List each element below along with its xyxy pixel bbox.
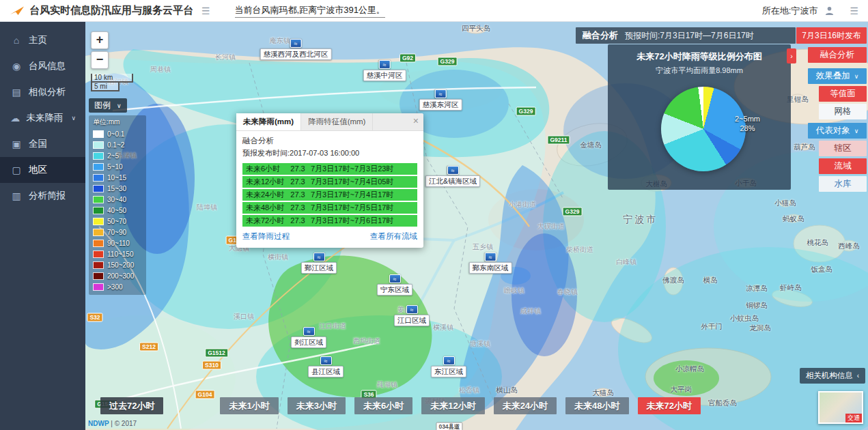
related-org-info-button[interactable]: 相关机构信息‹ bbox=[800, 368, 865, 384]
publish-time-button[interactable]: 7月3日16时发布 bbox=[796, 27, 867, 44]
region-label[interactable]: ≈鄞江区域 bbox=[301, 253, 337, 274]
legend-color-chip bbox=[93, 196, 104, 203]
region-map-icon: ▢ bbox=[10, 164, 23, 175]
popup-body: 融合分析 预报发布时间:2017-07-03 16:00:00 未来6小时27.… bbox=[236, 131, 423, 248]
tab-future-rain[interactable]: 未来降雨(mm) bbox=[236, 113, 301, 130]
table-row[interactable]: 未来72小时27.37月3日17时~7月6日17时 bbox=[242, 215, 417, 227]
legend-item: 150~200 bbox=[93, 259, 142, 270]
sidebar-item-similar-analysis[interactable]: ▤相似分析 bbox=[0, 79, 85, 105]
menu-hamburger-icon[interactable]: ☰ bbox=[201, 5, 210, 16]
region-label[interactable]: ≈县江区域 bbox=[308, 356, 344, 377]
legend-toggle[interactable]: 图例 ∨ bbox=[89, 98, 127, 113]
legend-range-label: 15~30 bbox=[107, 185, 126, 192]
region-label[interactable]: ≈鄞东南区域 bbox=[469, 253, 512, 274]
mini-map[interactable]: 交通 bbox=[818, 391, 863, 424]
region-label[interactable]: ≈东江区域 bbox=[431, 356, 466, 377]
legend-color-chip bbox=[93, 185, 104, 192]
sidebar-item-region[interactable]: ▢地区 bbox=[0, 157, 85, 183]
legend-title: 图例 bbox=[94, 100, 111, 111]
effect-overlay-dropdown[interactable]: 效果叠加∨ bbox=[808, 68, 867, 84]
legend-items: 0~0.10.1~22~55~1010~1515~3030~4040~5050~… bbox=[93, 128, 142, 292]
table-row[interactable]: 未来12小时27.37月3日17时~7月4日05时 bbox=[242, 176, 417, 188]
tab-rain-features[interactable]: 降雨特征值(mm) bbox=[301, 113, 373, 130]
time-button-0[interactable]: 过去72小时 bbox=[100, 397, 163, 414]
map-container[interactable]: ≈慈溪西河及西北河区≈慈溪中河区≈慈溪东河区≈江北&镇海区域≈鄞江区域≈宁东区域… bbox=[85, 22, 868, 430]
grid-button[interactable]: 网格 bbox=[819, 104, 867, 119]
sidebar-item-typhoon-info[interactable]: ◉台风信息 bbox=[0, 53, 85, 79]
region-name: 宁东区域 bbox=[377, 284, 412, 296]
time-button-7[interactable]: 未来72小时 bbox=[638, 397, 701, 414]
zoom-in-button[interactable]: + bbox=[91, 31, 109, 49]
region-name: 县江区域 bbox=[308, 366, 344, 377]
period-cell: 未来48小时 bbox=[242, 202, 285, 214]
fusion-analysis-button[interactable]: 融合分析 bbox=[808, 47, 867, 63]
time-button-6[interactable]: 未来48小时 bbox=[565, 397, 628, 414]
region-name: 东江区域 bbox=[431, 366, 466, 377]
basin-button[interactable]: 流域 bbox=[819, 158, 867, 174]
time-button-3[interactable]: 未来6小时 bbox=[354, 397, 412, 414]
sidebar-item-national[interactable]: ▣全国 bbox=[0, 131, 85, 157]
region-label[interactable]: ≈慈溪东河区 bbox=[419, 89, 462, 111]
legend-color-chip bbox=[93, 283, 104, 291]
region-label[interactable]: ≈慈溪中河区 bbox=[363, 60, 406, 81]
pie-callout-pct: 28% bbox=[735, 124, 760, 133]
table-row[interactable]: 未来48小时27.37月3日17时~7月5日17时 bbox=[242, 202, 417, 214]
attribution-brand[interactable]: NDWP bbox=[88, 420, 109, 427]
time-button-5[interactable]: 未来24小时 bbox=[494, 397, 557, 414]
region-label[interactable]: ≈江北&镇海区域 bbox=[425, 166, 480, 187]
sidebar-item-home[interactable]: ⌂主页 bbox=[0, 27, 85, 53]
pie-callout: 2~5mm 28% bbox=[735, 114, 760, 133]
legend-item: 5~10 bbox=[93, 161, 142, 172]
basin-icon: ≈ bbox=[485, 253, 496, 261]
zoom-out-button[interactable]: − bbox=[91, 51, 109, 69]
value-cell: 27.3 bbox=[285, 189, 311, 201]
legend-color-chip bbox=[93, 272, 104, 280]
view-all-basins-link[interactable]: 查看所有流域 bbox=[370, 231, 417, 242]
scale-km: 10 km bbox=[91, 74, 133, 83]
pie-chart[interactable] bbox=[661, 87, 746, 171]
table-row[interactable]: 未来6小时27.37月3日17时~7月3日23时 bbox=[242, 163, 417, 175]
basin-icon: ≈ bbox=[389, 274, 401, 283]
legend-item: 0.1~2 bbox=[93, 139, 142, 150]
legend-item: 40~50 bbox=[93, 205, 142, 216]
panel-collapse-button[interactable]: › bbox=[787, 48, 796, 63]
traffic-layer-tag[interactable]: 交通 bbox=[845, 414, 862, 422]
time-button-2[interactable]: 未来3小时 bbox=[288, 397, 346, 414]
typhoon-status-text: 当前台风南玛都,距离宁波市391公里。 bbox=[235, 4, 385, 18]
isoline-button[interactable]: 等值面 bbox=[819, 86, 867, 102]
legend-item: 90~110 bbox=[93, 238, 142, 248]
region-label[interactable]: ≈慈溪西河及西北河区 bbox=[260, 39, 332, 60]
user-icon[interactable] bbox=[824, 5, 835, 16]
scale-mi: 5 mi bbox=[91, 83, 120, 91]
region-label[interactable]: ≈宁东区域 bbox=[377, 274, 412, 296]
represent-object-dropdown[interactable]: 代表对象∨ bbox=[808, 123, 867, 139]
value-cell: 27.3 bbox=[285, 202, 311, 214]
district-button[interactable]: 辖区 bbox=[819, 141, 867, 156]
view-rain-process-link[interactable]: 查看降雨过程 bbox=[242, 231, 290, 242]
legend-color-chip bbox=[93, 250, 104, 258]
legend-panel: 单位:mm 0~0.10.1~22~55~1010~1515~3030~4040… bbox=[89, 115, 146, 295]
fusion-analysis-label: 融合分析 bbox=[583, 29, 618, 42]
reservoir-button[interactable]: 水库 bbox=[819, 176, 867, 192]
region-label[interactable]: ≈江口区域 bbox=[394, 305, 430, 326]
time-button-1[interactable]: 未来1小时 bbox=[220, 397, 278, 414]
close-icon[interactable]: × bbox=[413, 115, 419, 126]
sidebar-item-future-rainfall[interactable]: ☁未来降雨∨ bbox=[0, 105, 85, 131]
legend-item: 15~30 bbox=[93, 183, 142, 194]
legend-range-label: 30~40 bbox=[107, 196, 126, 203]
sidebar-item-analysis-brief[interactable]: ▥分析简报 bbox=[0, 183, 85, 209]
chevron-down-icon: ∨ bbox=[117, 102, 122, 109]
region-label[interactable]: ≈剡江区域 bbox=[291, 327, 326, 348]
period-cell: 未来72小时 bbox=[242, 215, 285, 227]
time-button-4[interactable]: 未来12小时 bbox=[421, 397, 484, 414]
settings-hamburger-icon[interactable]: ☰ bbox=[850, 5, 858, 16]
value-cell: 27.3 bbox=[285, 163, 311, 175]
chevron-down-icon: ∨ bbox=[854, 128, 859, 134]
popup-publish-time: 预报发布时间:2017-07-03 16:00:00 bbox=[242, 148, 417, 158]
chevron-down-icon: ∨ bbox=[854, 73, 859, 80]
table-row[interactable]: 未来24小时27.37月3日17时~7月4日17时 bbox=[242, 189, 417, 201]
sidebar-item-label: 主页 bbox=[29, 34, 47, 46]
legend-range-label: 2~5 bbox=[107, 152, 119, 160]
legend-range-label: 50~70 bbox=[107, 218, 126, 225]
location-label[interactable]: 所在地:宁波市 bbox=[762, 5, 818, 17]
